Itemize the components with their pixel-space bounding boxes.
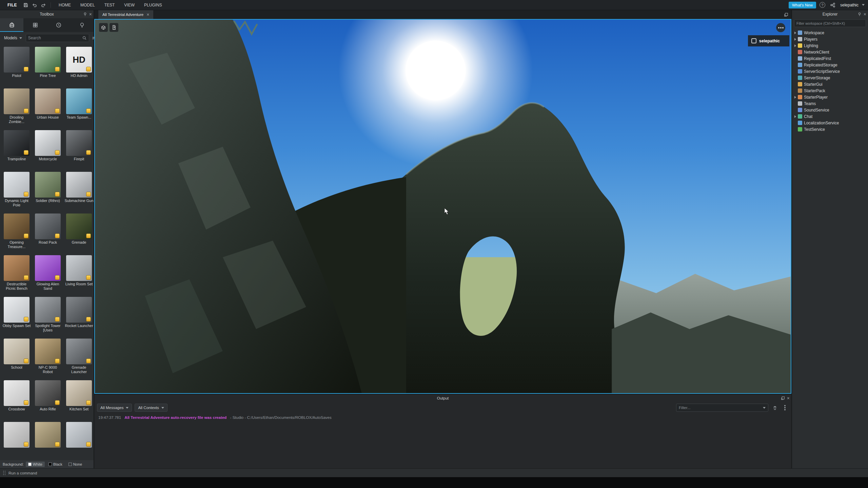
ribbon-tab[interactable]: TEST (100, 0, 120, 10)
explorer-item[interactable]: TestService (792, 126, 868, 133)
background-option[interactable]: White (26, 462, 45, 467)
toolbox-item[interactable]: Motorcycle (33, 130, 63, 166)
toolbox-item[interactable]: Firepit (64, 130, 94, 166)
explorer-filter-input[interactable] (794, 19, 866, 27)
toolbox-tab-marketplace[interactable] (0, 18, 23, 32)
ribbon-tab[interactable]: HOME (54, 0, 76, 10)
toolbox-item[interactable]: Glowing Alien Sand (33, 255, 63, 291)
chevron-right-icon[interactable] (793, 38, 797, 41)
toolbox-item[interactable] (33, 422, 63, 458)
toolbox-item[interactable]: Kitchen Set (64, 380, 94, 416)
toolbox-item[interactable]: Dynamic Light Pole (1, 172, 32, 208)
toolbox-item[interactable]: Trampoline (1, 130, 32, 166)
chevron-right-icon[interactable] (793, 115, 797, 118)
toolbox-item[interactable]: Destructible Picnic Bench (1, 255, 32, 291)
whats-new-button[interactable]: What's New (789, 2, 816, 8)
chevron-right-icon[interactable] (793, 96, 797, 99)
close-icon[interactable]: × (787, 396, 790, 401)
messages-filter-dropdown[interactable]: All Messages (97, 404, 132, 412)
explorer-item[interactable]: Chat (792, 113, 868, 120)
toolbox-item[interactable]: NP-C 9000 Robot (33, 339, 63, 375)
category-select[interactable]: Models (3, 35, 23, 41)
explorer-header: Explorer × (792, 10, 868, 18)
toolbox-item[interactable] (64, 422, 94, 458)
toolbox-item[interactable]: Grenade (64, 214, 94, 250)
toolbox-tab-inventory[interactable] (23, 18, 47, 32)
explorer-item[interactable]: Lighting (792, 42, 868, 49)
more-options-button[interactable] (776, 23, 785, 32)
toolbox-item[interactable]: Opening Treasure... (1, 214, 32, 250)
ribbon-tab[interactable]: MODEL (76, 0, 100, 10)
explorer-item[interactable]: ServerScriptService (792, 68, 868, 75)
toolbox-item[interactable]: Pistol (1, 47, 32, 83)
float-panel-icon[interactable] (780, 395, 786, 401)
toolbox-item[interactable]: Rocket Launcher (64, 297, 94, 333)
toolbox-item[interactable]: Submachine Gun (64, 172, 94, 208)
viewport-3d[interactable]: selepathic (94, 19, 791, 394)
explorer-item[interactable]: LocalizationService (792, 120, 868, 126)
contexts-filter-dropdown[interactable]: All Contexts (135, 404, 167, 412)
toolbox-item[interactable] (1, 422, 32, 458)
toolbox-tab-creations[interactable] (70, 18, 94, 32)
toolbox-item[interactable]: Drooling Zombie... (1, 88, 32, 125)
toolbox-item[interactable]: HD HD Admin (64, 47, 94, 83)
output-filter-input[interactable] (679, 406, 761, 410)
toolbox-item[interactable]: School (1, 339, 32, 375)
undo-icon[interactable] (31, 1, 39, 9)
toolbox-item[interactable]: Obby Spawn Set (1, 297, 32, 333)
toolbox-item[interactable]: Urban House (33, 88, 63, 125)
pin-icon[interactable] (82, 12, 88, 17)
drag-grip-icon[interactable] (3, 470, 5, 475)
explorer-item[interactable]: Teams (792, 100, 868, 107)
ribbon-tab[interactable]: PLUGINS (139, 0, 167, 10)
share-icon[interactable] (829, 1, 837, 9)
explorer-item[interactable]: NetworkClient (792, 49, 868, 55)
background-option[interactable]: Black (46, 462, 65, 467)
file-menu-button[interactable]: FILE (3, 3, 21, 7)
close-icon[interactable]: × (864, 12, 866, 17)
explorer-item[interactable]: ReplicatedFirst (792, 55, 868, 62)
toolbox-tab-recent[interactable] (47, 18, 70, 32)
close-icon[interactable]: × (146, 12, 149, 17)
explorer-item[interactable]: ServerStorage (792, 75, 868, 81)
viewport-script-tool-button[interactable] (110, 23, 118, 32)
redo-icon[interactable] (39, 1, 47, 9)
search-input[interactable] (28, 36, 81, 40)
toolbox-item[interactable]: Road Pack (33, 214, 63, 250)
help-icon[interactable]: ? (820, 2, 825, 8)
command-bar-label[interactable]: Run a command (8, 471, 37, 475)
toolbox-item[interactable]: Spotlight Tower [Uses (33, 297, 63, 333)
explorer-item[interactable]: StarterPlayer (792, 94, 868, 100)
explorer-item[interactable]: StarterPack (792, 87, 868, 94)
toolbox-item[interactable]: Grenade Launcher (64, 339, 94, 375)
explorer-item[interactable]: Workspace (792, 29, 868, 36)
toolbox-item[interactable]: Team Spawn... (64, 88, 94, 125)
collaborator-chip[interactable]: selepathic (748, 35, 789, 46)
pin-icon[interactable] (857, 12, 862, 17)
explorer-item[interactable]: Players (792, 36, 868, 42)
chevron-down-icon[interactable] (862, 4, 865, 6)
toolbox-item[interactable]: Pine Tree (33, 47, 63, 83)
toolbox-item[interactable]: Crossbow (1, 380, 32, 416)
toolbox-item[interactable]: Living Room Set (64, 255, 94, 291)
explorer-item[interactable]: SoundService (792, 107, 868, 113)
close-icon[interactable]: × (89, 12, 92, 17)
background-option[interactable]: None (66, 462, 84, 467)
toolbox-item-label: Road Pack (33, 240, 63, 250)
explorer-item[interactable]: StarterGui (792, 81, 868, 87)
kebab-menu-icon[interactable] (781, 404, 789, 411)
toolbox-item[interactable]: Soldier (Rthro) (33, 172, 63, 208)
document-tab[interactable]: All Terrestrial Adventure × (98, 10, 153, 19)
toolbox-item[interactable]: Auto Rifle (33, 380, 63, 416)
float-panel-icon[interactable] (784, 10, 789, 19)
save-icon[interactable] (22, 1, 30, 9)
search-box[interactable] (26, 34, 89, 42)
ribbon-tab[interactable]: VIEW (119, 0, 139, 10)
clear-output-icon[interactable] (771, 404, 778, 411)
username-label[interactable]: selepathic (840, 3, 859, 7)
chevron-right-icon[interactable] (793, 44, 797, 47)
viewport-brick-tool-button[interactable] (99, 23, 108, 32)
explorer-item[interactable]: ReplicatedStorage (792, 62, 868, 68)
output-filter-box[interactable] (676, 404, 768, 412)
chevron-right-icon[interactable] (793, 32, 797, 34)
